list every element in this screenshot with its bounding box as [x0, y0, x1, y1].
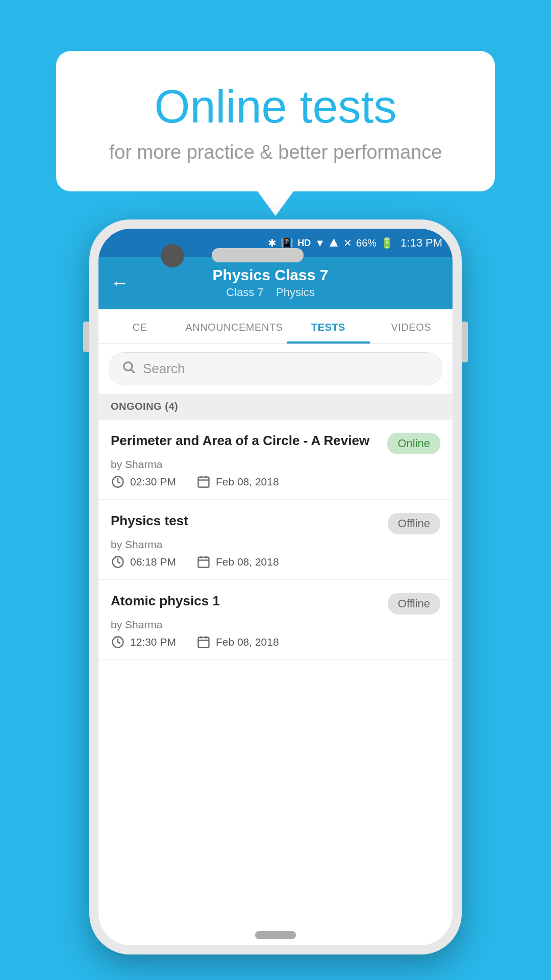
side-button-left: [83, 322, 89, 352]
list-item[interactable]: Perimeter and Area of a Circle - A Revie…: [98, 420, 453, 500]
phone-screen: ✱ 📳 HD ▼ ⯅ ✕ 66% 🔋 1:13 PM ← Physics Cla…: [98, 229, 453, 945]
wifi-icon: ▼: [315, 237, 325, 249]
test-meta: 12:30 PM Feb 08, 201: [111, 635, 440, 649]
app-bar-title: Physics Class 7: [213, 266, 329, 284]
test-date: Feb 08, 2018: [196, 555, 279, 569]
battery-icon: 🔋: [381, 237, 393, 249]
signal-icon: ⯅: [329, 237, 339, 249]
search-input[interactable]: Search: [143, 361, 185, 377]
phone-outer: ✱ 📳 HD ▼ ⯅ ✕ 66% 🔋 1:13 PM ← Physics Cla…: [89, 219, 462, 954]
tab-tests[interactable]: TESTS: [287, 309, 369, 344]
side-button-right: [462, 322, 468, 362]
test-title: Physics test: [111, 512, 388, 530]
test-date: Feb 08, 2018: [196, 635, 279, 649]
status-badge: Offline: [388, 513, 440, 534]
list-item[interactable]: Atomic physics 1 Offline by Sharma: [98, 580, 453, 660]
test-author: by Sharma: [111, 458, 440, 471]
test-time: 06:18 PM: [111, 555, 176, 569]
test-time: 02:30 PM: [111, 475, 176, 489]
x-icon: ✕: [343, 237, 352, 249]
clock-icon: [111, 635, 125, 649]
status-badge: Offline: [388, 593, 440, 615]
back-button[interactable]: ←: [111, 274, 129, 292]
app-bar-titles: Physics Class 7 Class 7 Physics: [139, 266, 402, 299]
svg-rect-8: [198, 557, 209, 568]
svg-line-1: [131, 370, 134, 373]
vibrate-icon: 📳: [281, 237, 293, 249]
search-container: Search: [98, 344, 453, 394]
svg-rect-13: [198, 638, 209, 648]
bluetooth-icon: ✱: [268, 237, 277, 249]
speaker: [212, 248, 304, 262]
clock-icon: [111, 475, 125, 489]
test-author: by Sharma: [111, 619, 440, 631]
calendar-icon: [196, 555, 211, 569]
svg-point-0: [124, 362, 132, 371]
calendar-icon: [196, 475, 211, 489]
test-date: Feb 08, 2018: [196, 475, 279, 489]
app-bar-subtitle: Class 7 Physics: [226, 286, 315, 299]
section-header: ONGOING (4): [98, 394, 453, 420]
bubble-subtitle: for more practice & better performance: [87, 141, 464, 163]
test-author: by Sharma: [111, 538, 440, 551]
bubble-title: Online tests: [87, 82, 464, 132]
list-item[interactable]: Physics test Offline by Sharma: [98, 500, 453, 580]
test-meta: 02:30 PM Feb 08, 201: [111, 475, 440, 489]
camera-icon: [161, 244, 184, 267]
test-time: 12:30 PM: [111, 635, 176, 649]
tab-announcements[interactable]: ANNOUNCEMENTS: [181, 309, 287, 344]
tab-videos[interactable]: VIDEOS: [370, 309, 453, 344]
test-title: Perimeter and Area of a Circle - A Revie…: [111, 432, 387, 450]
speech-bubble: Online tests for more practice & better …: [56, 51, 495, 191]
clock-icon: [111, 555, 125, 569]
hd-icon: HD: [297, 238, 311, 249]
status-badge: Online: [387, 433, 440, 454]
battery-level: 66%: [356, 237, 377, 249]
app-bar: ← Physics Class 7 Class 7 Physics: [98, 257, 453, 309]
svg-rect-3: [198, 477, 209, 487]
search-icon: [121, 360, 136, 378]
test-title: Atomic physics 1: [111, 592, 388, 610]
phone-container: ✱ 📳 HD ▼ ⯅ ✕ 66% 🔋 1:13 PM ← Physics Cla…: [89, 219, 462, 954]
test-meta: 06:18 PM Feb 08, 201: [111, 555, 440, 569]
search-box[interactable]: Search: [109, 352, 442, 385]
status-time: 1:13 PM: [400, 236, 442, 250]
tab-ce[interactable]: CE: [98, 309, 181, 344]
content-area: Perimeter and Area of a Circle - A Revie…: [98, 420, 453, 945]
home-button: [255, 931, 296, 939]
calendar-icon: [196, 635, 211, 649]
tabs-container: CE ANNOUNCEMENTS TESTS VIDEOS: [98, 309, 453, 344]
